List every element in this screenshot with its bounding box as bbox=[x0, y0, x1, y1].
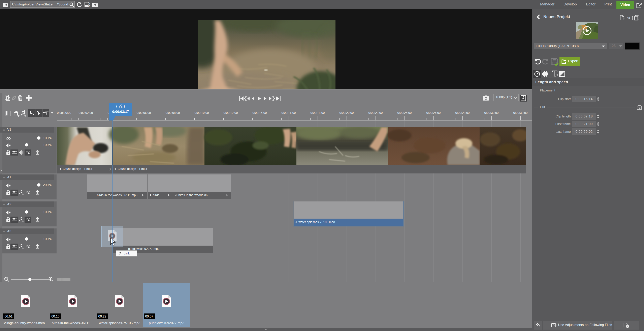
svg-text:A: A bbox=[88, 3, 90, 5]
svg-text:AB: AB bbox=[627, 16, 630, 20]
svg-text:Z: Z bbox=[89, 5, 90, 8]
